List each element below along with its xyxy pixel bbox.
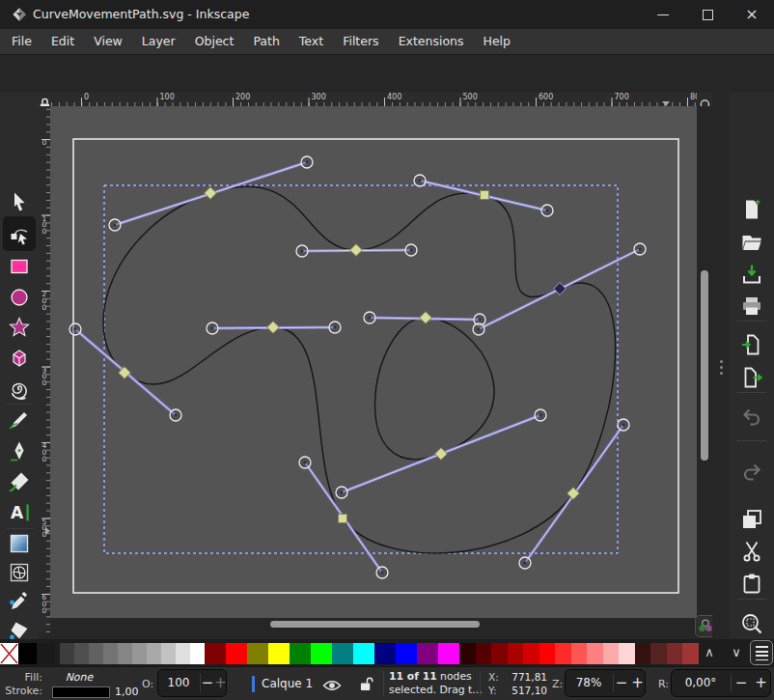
palette-swatch[interactable]	[147, 643, 161, 664]
palette-swatch[interactable]	[132, 643, 147, 664]
menu-edit[interactable]: Edit	[41, 29, 84, 54]
menu-view[interactable]: View	[84, 29, 132, 54]
zoom-selection-button[interactable]	[738, 610, 765, 637]
palette-swatch[interactable]	[396, 643, 417, 664]
layer-visibility-icon[interactable]	[322, 678, 342, 696]
palette-swatch[interactable]	[89, 643, 103, 664]
menu-help[interactable]: Help	[474, 29, 521, 54]
palette-scroll-up-icon[interactable]: ∧	[697, 641, 722, 664]
rotation-increase-button[interactable]: +	[752, 670, 770, 696]
rotation-value[interactable]: 0,00°	[672, 670, 730, 696]
ellipse-tool[interactable]	[5, 284, 34, 311]
box3d-tool[interactable]	[5, 345, 34, 372]
palette-swatch[interactable]	[459, 643, 476, 664]
zoom-value[interactable]: 78%	[566, 670, 612, 696]
path-node-selected[interactable]	[267, 322, 280, 334]
palette-swatch[interactable]	[332, 643, 353, 664]
export-button[interactable]	[738, 364, 765, 391]
palette-swatch[interactable]	[190, 643, 205, 664]
gradient-tool[interactable]	[5, 530, 34, 557]
current-layer-name[interactable]: Calque 1	[262, 677, 313, 690]
rotation-decrease-button[interactable]: −	[732, 670, 751, 696]
minimize-button[interactable]: —	[641, 0, 685, 29]
opacity-increase-button[interactable]: +	[214, 670, 227, 696]
palette-scroll-down-icon[interactable]: ∨	[724, 641, 749, 664]
palette-swatch[interactable]	[491, 643, 508, 664]
menu-filters[interactable]: Filters	[333, 29, 388, 54]
palette-swatch[interactable]	[650, 643, 667, 664]
palette-swatch[interactable]	[74, 643, 89, 664]
palette-swatch[interactable]	[161, 643, 176, 664]
node-tool[interactable]	[5, 220, 34, 247]
text-tool[interactable]: A	[5, 499, 34, 526]
zoom-decrease-button[interactable]: −	[614, 670, 629, 696]
palette-swatch[interactable]	[247, 643, 268, 664]
palette-swatch[interactable]	[555, 643, 571, 664]
new-document-button[interactable]	[738, 196, 765, 223]
palette-swatch[interactable]	[539, 643, 556, 664]
close-button[interactable]: ×	[730, 0, 774, 29]
menu-extensions[interactable]: Extensions	[389, 29, 474, 54]
menu-text[interactable]: Text	[290, 29, 333, 54]
rotation-spinner[interactable]: 0,00° − +	[671, 669, 771, 697]
bezier-path-subpath-1[interactable]	[103, 186, 616, 553]
layer-lock-icon[interactable]	[359, 676, 373, 696]
palette-swatch[interactable]	[37, 643, 55, 664]
opacity-spinner[interactable]: 100 − +	[157, 669, 227, 697]
selector-tool[interactable]	[5, 188, 34, 215]
fill-value[interactable]: None	[50, 671, 108, 684]
palette-swatch[interactable]	[587, 643, 603, 664]
bezier-pen-tool[interactable]	[5, 437, 34, 464]
palette-swatch[interactable]	[176, 643, 190, 664]
pencil-tool[interactable]	[5, 406, 34, 434]
drawing-scene[interactable]	[50, 106, 697, 618]
copy-button[interactable]	[738, 506, 765, 533]
vertical-scrollbar-thumb[interactable]	[701, 270, 708, 461]
palette-swatch[interactable]	[667, 643, 683, 664]
save-button[interactable]	[738, 261, 765, 288]
palette-swatch[interactable]	[18, 643, 37, 664]
undo-button[interactable]	[738, 403, 765, 430]
palette-swatch[interactable]	[523, 643, 539, 664]
maximize-button[interactable]	[685, 0, 730, 29]
dropper-tool[interactable]	[5, 588, 34, 615]
zoom-spinner[interactable]: 78% − +	[565, 669, 646, 697]
palette-swatch[interactable]	[353, 643, 374, 664]
palette-swatch[interactable]	[103, 643, 118, 664]
palette-swatch[interactable]	[635, 643, 651, 664]
palette-swatch[interactable]	[603, 643, 620, 664]
horizontal-ruler[interactable]: 0100200300400500600700800	[50, 93, 697, 106]
palette-swatch[interactable]	[476, 643, 492, 664]
vertical-scrollbar[interactable]	[697, 106, 712, 614]
import-button[interactable]	[738, 331, 765, 358]
palette-swatch[interactable]	[311, 643, 332, 664]
stroke-swatch[interactable]	[52, 686, 110, 698]
opacity-decrease-button[interactable]: −	[201, 670, 214, 696]
mesh-gradient-tool[interactable]	[5, 559, 34, 586]
rectangle-tool[interactable]	[5, 253, 34, 280]
palette-swatch[interactable]	[374, 643, 396, 664]
palette-swatch[interactable]	[619, 643, 635, 664]
menu-file[interactable]: File	[2, 29, 41, 54]
path-node-selected[interactable]	[350, 244, 363, 257]
palette-swatch[interactable]	[205, 643, 226, 664]
menu-layer[interactable]: Layer	[132, 29, 185, 54]
menu-path[interactable]: Path	[243, 29, 289, 54]
bezier-path-subpath-2[interactable]	[375, 318, 494, 460]
spiral-tool[interactable]	[5, 376, 34, 403]
palette-swatch[interactable]	[438, 643, 459, 664]
path-node-selected[interactable]	[339, 515, 347, 523]
open-document-button[interactable]	[738, 229, 765, 256]
palette-swatch[interactable]	[417, 643, 438, 664]
paste-button[interactable]	[738, 570, 765, 597]
horizontal-scrollbar-thumb[interactable]	[270, 621, 480, 628]
opacity-value[interactable]: 100	[158, 670, 199, 696]
palette-menu-button[interactable]	[750, 640, 773, 665]
calligraphy-tool[interactable]	[5, 468, 34, 495]
palette-swatch[interactable]	[290, 643, 311, 664]
palette-swatch[interactable]	[60, 643, 74, 664]
path-node-selected[interactable]	[435, 448, 448, 461]
path-node-active[interactable]	[554, 283, 567, 295]
palette-none-swatch[interactable]	[0, 643, 18, 664]
palette-swatch[interactable]	[118, 643, 132, 664]
